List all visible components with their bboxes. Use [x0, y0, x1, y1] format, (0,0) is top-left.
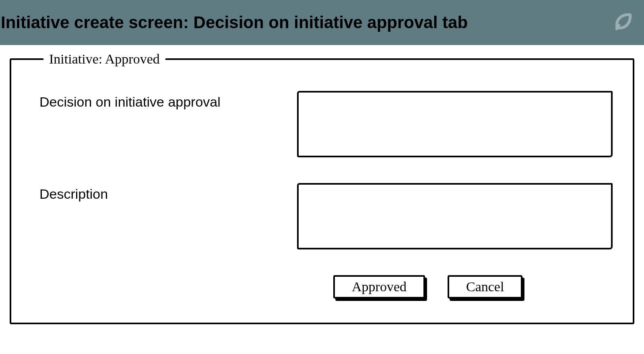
button-row: Approved Cancel [333, 275, 613, 298]
page-title: Initiative create screen: Decision on in… [0, 13, 468, 32]
initiative-group: Initiative: Approved Decision on initiat… [10, 51, 634, 324]
decision-input[interactable] [297, 91, 613, 157]
header-bar: Initiative create screen: Decision on in… [0, 0, 644, 45]
description-row: Description [39, 183, 613, 251]
approved-button[interactable]: Approved [333, 275, 425, 298]
description-label: Description [39, 183, 297, 202]
cancel-button[interactable]: Cancel [448, 275, 522, 298]
leaf-icon [612, 10, 634, 35]
decision-label: Decision on initiative approval [39, 91, 297, 110]
decision-row: Decision on initiative approval [39, 91, 613, 159]
group-legend: Initiative: Approved [43, 51, 165, 67]
description-input[interactable] [297, 183, 613, 249]
